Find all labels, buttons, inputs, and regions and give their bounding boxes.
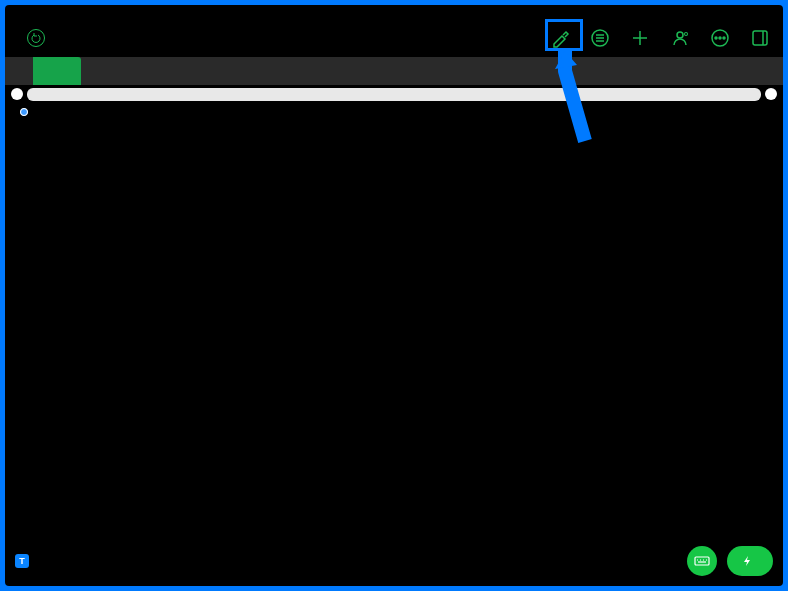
selection-outline bbox=[23, 111, 25, 113]
sheet-tab-1[interactable] bbox=[33, 57, 81, 85]
lightning-icon bbox=[741, 555, 753, 567]
add-icon[interactable] bbox=[629, 27, 651, 49]
svg-point-6 bbox=[677, 32, 683, 38]
more-icon[interactable] bbox=[709, 27, 731, 49]
table-title[interactable] bbox=[23, 103, 693, 111]
svg-rect-14 bbox=[753, 31, 767, 45]
row-header-gutter bbox=[5, 103, 23, 586]
select-all-handle[interactable] bbox=[11, 88, 23, 100]
cell-format-button[interactable] bbox=[727, 546, 773, 576]
status-bar bbox=[5, 5, 783, 19]
svg-point-11 bbox=[715, 37, 717, 39]
column-header-bar bbox=[5, 85, 783, 103]
sheet-tabs bbox=[5, 57, 783, 85]
column-end-handle[interactable] bbox=[765, 88, 777, 100]
svg-point-12 bbox=[719, 37, 721, 39]
list-circle-icon[interactable] bbox=[589, 27, 611, 49]
svg-point-13 bbox=[723, 37, 725, 39]
main-toolbar bbox=[5, 19, 783, 57]
spreadsheet-grid[interactable] bbox=[23, 103, 693, 586]
sidebar-icon[interactable] bbox=[749, 27, 771, 49]
undo-icon[interactable] bbox=[27, 29, 45, 47]
svg-rect-16 bbox=[695, 557, 709, 565]
keyboard-button[interactable] bbox=[687, 546, 717, 576]
format-brush-icon[interactable] bbox=[549, 27, 571, 49]
add-sheet-button[interactable] bbox=[5, 57, 33, 85]
collaborate-icon[interactable] bbox=[669, 27, 691, 49]
